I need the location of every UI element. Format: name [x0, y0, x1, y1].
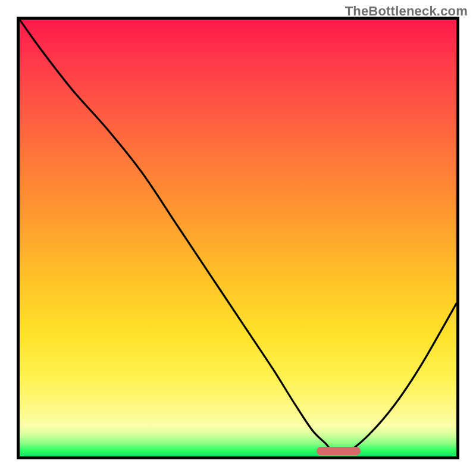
page-root: TheBottleneck.com: [0, 0, 476, 476]
optimal-range-marker: [317, 447, 360, 455]
bottleneck-curve: [20, 20, 456, 456]
watermark-text: TheBottleneck.com: [345, 4, 468, 19]
chart-frame: [17, 17, 459, 459]
